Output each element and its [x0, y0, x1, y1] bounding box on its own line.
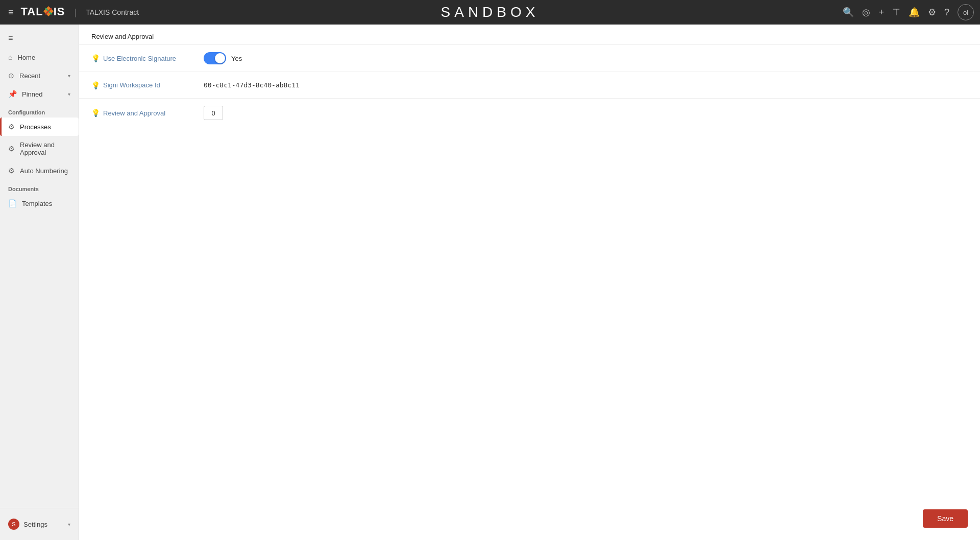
electronic-signature-label-col: 💡 Use Electronic Signature	[91, 54, 204, 62]
electronic-signature-value-text: Yes	[231, 55, 242, 62]
review-approval-label-col: 💡 Review and Approval	[91, 109, 204, 117]
help-icon[interactable]: ?	[944, 7, 949, 18]
sidebar-item-auto-numbering-label: Auto Numbering	[20, 167, 68, 175]
form-content: 💡 Use Electronic Signature Yes 💡 Signi W…	[79, 45, 980, 127]
logo-is: IS	[54, 5, 65, 18]
sidebar: ≡ ⌂ Home ⊙ Recent ▾ 📌 Pinned ▾ Configura…	[0, 25, 79, 540]
topbar: ≡ TAL IS | TALXIS Contract SANDBOX 🔍 ◎ +…	[0, 0, 980, 25]
search-icon[interactable]: 🔍	[843, 7, 854, 18]
configuration-section-label: Configuration	[0, 103, 79, 118]
review-approval-number-badge[interactable]: 0	[204, 106, 223, 120]
signi-workspace-id-label: Signi Workspace Id	[103, 81, 160, 89]
user-avatar[interactable]: oi	[958, 4, 974, 20]
electronic-signature-toggle[interactable]	[204, 52, 226, 64]
main-layout: ≡ ⌂ Home ⊙ Recent ▾ 📌 Pinned ▾ Configura…	[0, 25, 980, 540]
logo: TAL IS	[21, 5, 65, 19]
toggle-knob	[215, 53, 225, 63]
templates-icon: 📄	[8, 199, 17, 207]
sidebar-top: ≡ ⌂ Home ⊙ Recent ▾ 📌 Pinned ▾ Configura…	[0, 25, 79, 217]
review-approval-value-col: 0	[204, 106, 968, 120]
content-area: Review and Approval 💡 Use Electronic Sig…	[79, 25, 980, 540]
content-header: Review and Approval	[79, 25, 980, 45]
logo-text: TAL IS	[21, 5, 65, 19]
sidebar-item-review-approval-label: Review and Approval	[20, 141, 70, 156]
form-row-review-approval: 💡 Review and Approval 0	[79, 99, 980, 127]
check-icon[interactable]: ◎	[862, 7, 870, 18]
review-approval-info-icon: 💡	[91, 109, 100, 117]
sidebar-item-recent[interactable]: ⊙ Recent ▾	[0, 66, 79, 85]
logo-x-icon	[43, 6, 54, 16]
settings-avatar-letter: S	[12, 521, 15, 527]
review-approval-number-value: 0	[211, 109, 215, 117]
pinned-arrow-icon: ▾	[68, 91, 70, 97]
topbar-left: ≡ TAL IS | TALXIS Contract	[6, 5, 139, 20]
save-button[interactable]: Save	[923, 509, 968, 528]
form-row-electronic-signature: 💡 Use Electronic Signature Yes	[79, 45, 980, 72]
electronic-signature-label: Use Electronic Signature	[103, 55, 176, 62]
signi-workspace-info-icon: 💡	[91, 81, 100, 89]
save-btn-container: Save	[923, 509, 968, 528]
avatar-initials: oi	[963, 9, 968, 16]
signi-workspace-id-value-col: 00-c8c1-47d3-8c40-ab8c11	[204, 81, 968, 89]
sidebar-item-processes[interactable]: ⚙ Processes	[0, 118, 79, 136]
sidebar-settings-item[interactable]: S Settings ▾	[0, 513, 79, 535]
bell-icon[interactable]: 🔔	[909, 7, 920, 18]
topbar-divider: |	[74, 7, 77, 18]
sidebar-item-templates-label: Templates	[22, 200, 52, 207]
sidebar-item-review-approval[interactable]: ⚙ Review and Approval	[0, 136, 79, 161]
electronic-signature-value-col: Yes	[204, 52, 968, 64]
signi-workspace-id-value: 00-c8c1-47d3-8c40-ab8c11	[204, 81, 300, 89]
settings-avatar: S	[8, 519, 19, 530]
review-approval-icon: ⚙	[8, 145, 15, 153]
sidebar-item-recent-label: Recent	[19, 72, 40, 80]
sidebar-item-pinned[interactable]: 📌 Pinned ▾	[0, 85, 79, 103]
home-icon: ⌂	[8, 53, 12, 61]
sidebar-item-home[interactable]: ⌂ Home	[0, 48, 79, 66]
sidebar-item-templates[interactable]: 📄 Templates	[0, 194, 79, 213]
filter-icon[interactable]: ⊤	[892, 7, 900, 18]
add-icon[interactable]: +	[878, 7, 884, 18]
settings-expand-icon: ▾	[68, 522, 70, 527]
sidebar-item-processes-label: Processes	[20, 123, 51, 131]
topbar-app-name: TALXIS Contract	[86, 8, 139, 16]
processes-icon: ⚙	[8, 123, 15, 131]
sidebar-item-home-label: Home	[17, 54, 35, 61]
sidebar-hamburger-icon[interactable]: ≡	[0, 29, 79, 48]
sidebar-item-auto-numbering[interactable]: ⚙ Auto Numbering	[0, 161, 79, 180]
settings-label: Settings	[23, 521, 47, 528]
topbar-right: 🔍 ◎ + ⊤ 🔔 ⚙ ? oi	[843, 4, 974, 20]
auto-numbering-icon: ⚙	[8, 167, 15, 175]
electronic-signature-info-icon: 💡	[91, 54, 100, 62]
sidebar-bottom: S Settings ▾	[0, 508, 79, 540]
documents-section-label: Documents	[0, 180, 79, 194]
recent-icon: ⊙	[8, 72, 14, 80]
breadcrumb: Review and Approval	[91, 33, 154, 40]
review-approval-form-label: Review and Approval	[103, 109, 165, 117]
hamburger-menu-icon[interactable]: ≡	[6, 5, 16, 20]
pinned-icon: 📌	[8, 90, 17, 98]
recent-arrow-icon: ▾	[68, 73, 70, 79]
topbar-sandbox-label: SANDBOX	[441, 4, 540, 20]
form-row-signi-workspace-id: 💡 Signi Workspace Id 00-c8c1-47d3-8c40-a…	[79, 72, 980, 99]
settings-gear-icon[interactable]: ⚙	[928, 7, 936, 18]
logo-tal: TAL	[21, 5, 43, 18]
signi-workspace-id-label-col: 💡 Signi Workspace Id	[91, 81, 204, 89]
sidebar-item-pinned-label: Pinned	[22, 90, 42, 98]
